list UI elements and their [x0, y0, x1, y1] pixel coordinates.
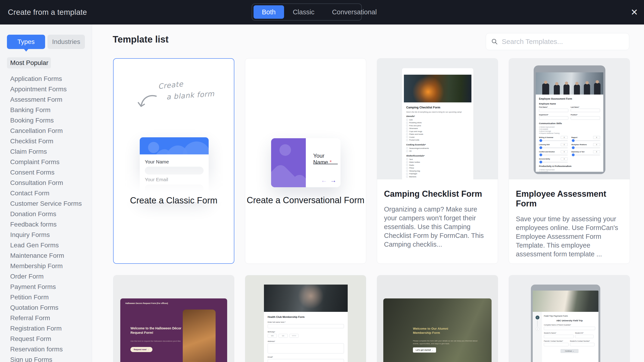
- sidebar-item[interactable]: Inquiry Forms: [0, 230, 92, 240]
- mock-fields: First Name*Last Name*Department*Position…: [539, 106, 600, 120]
- team-photo: [536, 72, 603, 94]
- template-thumbnail: 1 2 Field Trip Payment Form ABC Universi…: [509, 275, 630, 362]
- mock-button: Continue →: [560, 349, 578, 353]
- handwriting-text: a blank form: [166, 89, 215, 101]
- step-indicator: 1: [536, 316, 540, 320]
- mock-input-underline: [313, 164, 338, 164]
- card-create-conversational-form[interactable]: Your Name * ← → Create a Conversational …: [245, 58, 366, 264]
- sidebar-item[interactable]: Registration Form: [0, 323, 92, 334]
- sidebar-item[interactable]: Donation Forms: [0, 209, 92, 219]
- card-title: Create a Classic Form: [114, 196, 234, 206]
- card-alumni-membership-form[interactable]: Welcome to Our Alumni Membership Form Pl…: [377, 275, 498, 362]
- sidebar-item[interactable]: Contact Form: [0, 188, 92, 198]
- rating-scale: 1-Needs Improvement2-Acceptable3-Above A…: [539, 126, 600, 134]
- sidebar-item[interactable]: Maintenance Form: [0, 250, 92, 261]
- sidebar-item[interactable]: Sign up Forms: [0, 354, 92, 362]
- modal-header: Create from a template Both Classic Conv…: [0, 0, 644, 24]
- card-create-classic-form[interactable]: Create a blank form Your Name Your Email…: [113, 58, 234, 264]
- card-field-trip-payment-form[interactable]: 1 2 Field Trip Payment Form ABC Universi…: [509, 275, 630, 362]
- sidebar-item[interactable]: Consultation Form: [0, 178, 92, 188]
- template-thumbnail: Employee Assessment Form Employee Name F…: [509, 58, 630, 179]
- sidebar-item[interactable]: Assessment Form: [0, 94, 92, 105]
- checkbox-icon: [406, 130, 408, 132]
- slider-knob: [540, 161, 542, 163]
- tab-both[interactable]: Both: [254, 5, 284, 19]
- checkbox-icon: [406, 147, 408, 149]
- card-title: Employee Assessment Form: [516, 189, 622, 209]
- category-list: Application FormsAppointment FormsAssess…: [0, 73, 92, 362]
- mock-textarea: [268, 343, 344, 354]
- curved-arrow-icon: [135, 91, 160, 116]
- checkbox-icon: [406, 128, 408, 129]
- sidebar-item[interactable]: Booking Forms: [0, 115, 92, 125]
- checkbox-icon: [406, 133, 408, 135]
- sidebar-item[interactable]: Referral Form: [0, 313, 92, 323]
- checkbox-icon: [406, 150, 408, 152]
- sidebar-item[interactable]: Quotation Forms: [0, 302, 92, 313]
- checkbox-icon: [406, 161, 408, 163]
- sidebar-item[interactable]: Order Form: [0, 271, 92, 282]
- modal-title: Create from a template: [8, 8, 87, 17]
- card-description: Save your time by assessing your employe…: [516, 215, 622, 258]
- sidebar-item[interactable]: Claim Forms: [0, 146, 92, 157]
- card-halloween-decors-request-form[interactable]: Halloween Decors Request Form (For offic…: [113, 275, 234, 362]
- conversational-form-mock: Your Name * ← →: [271, 138, 340, 187]
- halloween-kids-photo: [183, 310, 216, 362]
- checkbox-icon: [406, 119, 408, 121]
- tablet-frame: Employee Assessment Form Employee Name F…: [534, 65, 605, 174]
- template-thumbnail: Halloween Decors Request Form (For offic…: [113, 275, 234, 362]
- mock-form-header: [140, 137, 209, 154]
- template-thumbnail: Health Club Membership Form Enter full n…: [245, 275, 366, 362]
- sidebar-item[interactable]: Complaint Forms: [0, 157, 92, 167]
- close-icon[interactable]: ✕: [630, 8, 638, 17]
- sidebar-item[interactable]: Request Form: [0, 334, 92, 344]
- sidebar-item[interactable]: Consent Forms: [0, 167, 92, 178]
- sidebar-item[interactable]: Cancellation Form: [0, 125, 92, 136]
- mock-checklist: TentWater bottlesRadioPillowSleeping bag…: [406, 158, 469, 178]
- card-camping-checklist-form[interactable]: Camping Checklist Form Here's the list o…: [377, 58, 498, 264]
- sidebar-item[interactable]: Payment Forms: [0, 282, 92, 292]
- sidebar-item[interactable]: Appointment Forms: [0, 84, 92, 94]
- sidebar-item[interactable]: Banking Form: [0, 105, 92, 115]
- graduation-photo: Welcome to Our Alumni Membership Form Pl…: [383, 299, 492, 362]
- step-rail: 1 2: [533, 312, 542, 362]
- slider-list: Writing & Grammar0 Rapport0: [539, 136, 600, 162]
- campfire-photo: [404, 75, 472, 102]
- card-employee-assessment-form[interactable]: Employee Assessment Form Employee Name F…: [509, 58, 630, 264]
- form-type-segmented-control: Both Classic Conversational: [252, 3, 362, 20]
- sidebar-item[interactable]: Lead Gen Forms: [0, 240, 92, 250]
- sidebar-tab-types[interactable]: Types: [7, 35, 45, 49]
- slider-knob: [572, 153, 574, 156]
- template-panel: Template list Create a blank form Your N…: [92, 24, 644, 362]
- checkbox-icon: [406, 170, 408, 172]
- gym-photo: [264, 285, 348, 312]
- tab-conversational[interactable]: Conversational: [323, 8, 386, 16]
- checkbox-icon: [406, 173, 408, 175]
- rating-scale: 1-Needs Improvement2-Acceptable3-Above A…: [539, 169, 600, 172]
- sidebar-item[interactable]: Petition Form: [0, 292, 92, 302]
- search-box[interactable]: [486, 33, 629, 50]
- sidebar-item[interactable]: Application Forms: [0, 73, 92, 84]
- sidebar-item[interactable]: Feedback forms: [0, 219, 92, 230]
- card-title: Create a Conversational Form: [245, 195, 366, 205]
- birthday-inputs: MMDDYYYY: [268, 334, 344, 338]
- sidebar-item[interactable]: Checklist Form: [0, 136, 92, 146]
- checkbox-icon: [406, 139, 408, 141]
- checkbox-icon: [406, 125, 408, 126]
- sidebar-item-most-popular[interactable]: Most Popular: [7, 57, 51, 68]
- sidebar-item[interactable]: Membership Form: [0, 261, 92, 271]
- tab-classic[interactable]: Classic: [284, 8, 323, 16]
- mock-button: Let's get started →: [413, 348, 436, 353]
- image-placeholder: [271, 138, 306, 187]
- tablet-frame: 1 2 Field Trip Payment Form ABC Universi…: [531, 285, 600, 362]
- sidebar-item[interactable]: Customer Service Forms: [0, 198, 92, 209]
- slider-knob: [572, 139, 574, 142]
- search-input[interactable]: [502, 38, 624, 45]
- card-health-club-membership-form[interactable]: Health Club Membership Form Enter full n…: [245, 275, 366, 362]
- template-thumbnail: Welcome to Our Alumni Membership Form Pl…: [377, 275, 498, 362]
- sidebar-item[interactable]: Reservation forms: [0, 344, 92, 354]
- checkbox-icon: [406, 167, 408, 169]
- step-indicator: 2: [536, 327, 539, 331]
- sidebar-tab-industries[interactable]: Industries: [48, 35, 85, 49]
- mock-checklist: GrillRoasting sticksPots and pansSilverw…: [406, 118, 469, 141]
